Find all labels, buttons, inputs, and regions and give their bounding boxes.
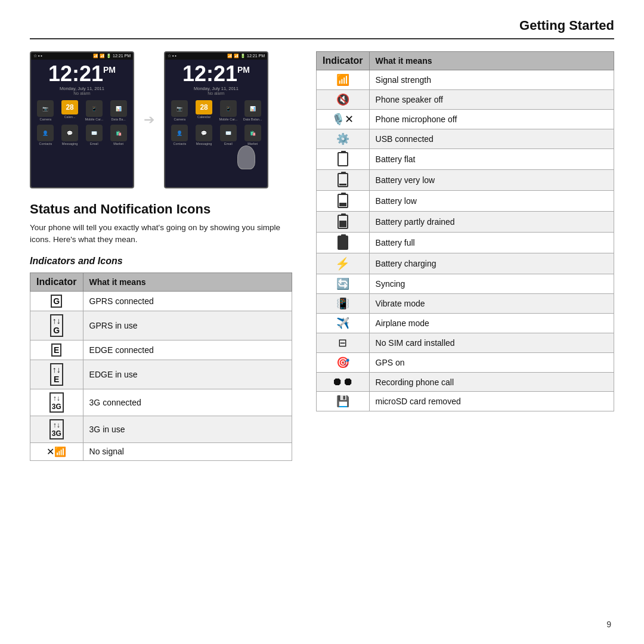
battery-partly-icon <box>338 215 348 229</box>
market-icon: 🛍️ <box>110 125 127 141</box>
email-2: ✉️ Email <box>219 125 238 145</box>
page-header: Getting Started <box>30 18 614 39</box>
table-row: Battery full <box>317 233 614 253</box>
label-cell: USB connected <box>369 129 614 149</box>
label-cell: No signal <box>83 442 292 460</box>
speaker-off-icon: 🔇 <box>336 94 349 106</box>
3g-connected-icon: ↑↓3G <box>49 392 64 413</box>
number-badge: 28 <box>61 100 78 114</box>
camera-icon: 📷 <box>37 100 54 117</box>
bottom-row-1: 👤 Contacts 💬 Messaging ✉️ Email 🛍️ <box>33 125 131 145</box>
finger-touch-indicator <box>237 145 255 169</box>
section-title: Status and Notification Icons <box>30 202 292 217</box>
table-row: 🎙️✕ Phone microphone off <box>317 110 614 129</box>
label-cell: Battery low <box>369 191 614 212</box>
arrow-icon: ➔ <box>140 112 158 128</box>
label-cell: Battery charging <box>369 253 614 274</box>
app-market: 🛍️ Market <box>109 125 128 145</box>
table-row: ↑↓3G 3G connected <box>30 389 292 416</box>
table-row: ⊟ No SIM card installed <box>317 333 614 353</box>
label-cell: Recording phone call <box>369 373 614 392</box>
icon-cell-vibrate: 📳 <box>317 294 370 314</box>
label-cell: EDGE in use <box>83 360 292 389</box>
table-row: 📳 Vibrate mode <box>317 294 614 314</box>
table-row: ✈️ Airplane mode <box>317 314 614 333</box>
page: Getting Started ☆ ▪ ▪ 📶 📶 🔋 12:21 PM 12:… <box>0 0 644 644</box>
microsd-icon: 💾 <box>336 395 349 407</box>
table-row: G GPRS connected <box>30 291 292 311</box>
vibrate-icon: 📳 <box>336 298 349 309</box>
icon-cell-no-signal: ✕📶 <box>30 442 83 460</box>
icon-cell-recording: ⏺⏺ <box>317 373 370 392</box>
icon-cell-usb: ⚙️ <box>317 129 370 149</box>
3g-use-icon: ↑↓3G <box>49 419 64 439</box>
table-row: ↑↓G GPRS in use <box>30 311 292 340</box>
icon-cell-edge: E <box>30 340 83 360</box>
label-cell: Syncing <box>369 274 614 294</box>
right-indicator-table: Indicator What it means 📶 Signal strengt… <box>316 51 614 411</box>
icon-cell-3g: ↑↓3G <box>30 389 83 416</box>
data-icon: 📊 <box>110 100 127 117</box>
app-data-2: 📊 Data Balan... <box>243 100 262 121</box>
status-bar-1: ☆ ▪ ▪ 📶 📶 🔋 12:21 PM <box>31 52 133 60</box>
clock-1: 12:21PM <box>31 63 133 85</box>
app-camera-2: 📷 Camera <box>170 100 189 121</box>
market-icon-2: 🛍️ <box>244 125 261 141</box>
airplane-icon: ✈️ <box>336 317 349 329</box>
email-icon-2: ✉️ <box>220 125 237 141</box>
icon-cell-battery-flat <box>317 149 370 170</box>
app-email: ✉️ Email <box>85 125 104 145</box>
gprs-connected-icon: G <box>51 295 62 308</box>
gprs-use-icon: ↑↓G <box>50 314 63 337</box>
date-2: Monday, July 11, 2011 <box>165 86 267 91</box>
icon-cell-battery-full <box>317 233 370 253</box>
icon-cell-speaker-off: 🔇 <box>317 90 370 110</box>
label-cell: Phone microphone off <box>369 110 614 129</box>
usb-icon: ⚙️ <box>336 133 349 145</box>
phone-screen-2: ☆ ▪ ▪ 📶 📶 🔋 12:21 PM 12:21PM Monday, Jul… <box>164 51 268 188</box>
icon-cell-airplane: ✈️ <box>317 314 370 333</box>
left-table-header-meaning: What it means <box>83 273 292 291</box>
battery-full-icon <box>338 236 348 250</box>
icon-cell-syncing: 🔄 <box>317 274 370 294</box>
app-mobile: 📱 Mobile Car... <box>85 100 104 121</box>
label-cell: 3G connected <box>83 389 292 416</box>
syncing-icon: 🔄 <box>336 278 349 290</box>
table-row: E EDGE connected <box>30 340 292 360</box>
gps-icon: 🎯 <box>336 357 349 369</box>
app-number-2: 28 Calendar <box>194 100 213 121</box>
table-row: ↑↓E EDGE in use <box>30 360 292 389</box>
label-cell: Phone speaker off <box>369 90 614 110</box>
messaging-2: 💬 Messaging <box>194 125 213 145</box>
label-cell: EDGE connected <box>83 340 292 360</box>
icon-cell-battery-low <box>317 191 370 212</box>
number-badge-2: 28 <box>196 100 212 114</box>
alarm-2: No alarm <box>165 91 267 95</box>
battery-flat-icon <box>338 152 348 166</box>
email-icon: ✉️ <box>86 125 103 141</box>
app-mobile-2: 📱 Mobile Car... <box>219 100 238 121</box>
contacts-icon-2: 👤 <box>171 125 188 141</box>
app-camera: 📷 Camera <box>36 100 55 121</box>
label-cell: GPRS connected <box>83 291 292 311</box>
table-row: ⚙️ USB connected <box>317 129 614 149</box>
label-cell: Battery partly drained <box>369 212 614 233</box>
right-column: Indicator What it means 📶 Signal strengt… <box>316 51 614 626</box>
icon-cell-gprs: G <box>30 291 83 311</box>
page-title: Getting Started <box>519 18 614 33</box>
label-cell: GPS on <box>369 353 614 373</box>
signal-strength-icon: 📶 <box>336 74 349 86</box>
contacts-2: 👤 Contacts <box>170 125 189 145</box>
label-cell: Battery flat <box>369 149 614 170</box>
right-table-header-meaning: What it means <box>369 52 614 70</box>
clock-2: 12:21PM <box>165 63 267 85</box>
label-cell: 3G in use <box>83 416 292 442</box>
camera-icon-2: 📷 <box>171 100 188 117</box>
icon-cell-mic-off: 🎙️✕ <box>317 110 370 129</box>
icon-cell-battery-partly <box>317 212 370 233</box>
messaging-icon: 💬 <box>61 125 78 141</box>
app-messaging: 💬 Messaging <box>60 125 79 145</box>
status-bar-2: ☆ ▪ ▪ 📶 📶 🔋 12:21 PM <box>165 52 267 60</box>
table-row: 📶 Signal strength <box>317 70 614 90</box>
icon-cell-microsd: 💾 <box>317 392 370 411</box>
